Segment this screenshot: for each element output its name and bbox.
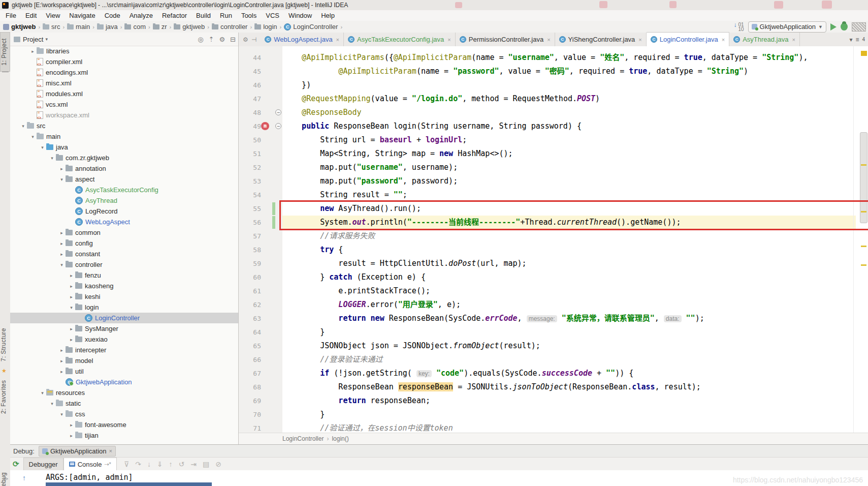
tab-pin-icon[interactable]: ⊣ [251, 36, 256, 43]
line-number[interactable]: 67 [239, 367, 261, 380]
chevron-down-icon[interactable]: ▾ [48, 156, 56, 161]
chevron-down-icon[interactable]: ▾ [29, 134, 37, 139]
line-number[interactable]: 50 [239, 133, 261, 147]
tree-item-java[interactable]: ▾java [10, 142, 238, 153]
show-execution-point-icon[interactable]: ⊽ [124, 460, 129, 468]
tree-item-AsyThread[interactable]: CAsyThread [10, 195, 238, 206]
chevron-right-icon[interactable]: ▸ [29, 49, 37, 54]
code-line-67[interactable]: 67if (!json.getString( key: "code").equa… [239, 367, 868, 380]
line-number[interactable]: 52 [239, 161, 261, 174]
line-number[interactable]: 54 [239, 188, 261, 202]
code-line-61[interactable]: 61e.printStackTrace(); [239, 284, 868, 298]
tree-item-aspect[interactable]: ▾aspect [10, 174, 238, 185]
code-line-49[interactable]: 49m−public ResponseBean login(String use… [239, 119, 868, 133]
tree-item-SysManger[interactable]: ▸SysManger [10, 323, 238, 334]
tree-item-WebLogAspect[interactable]: CWebLogAspect [10, 217, 238, 227]
line-number[interactable]: 51 [239, 147, 261, 161]
tree-item-login[interactable]: ▾login [10, 302, 238, 313]
line-number[interactable]: 56 [239, 216, 261, 229]
debug-button[interactable] [841, 23, 848, 31]
line-number[interactable]: 59 [239, 257, 261, 270]
coverage-icon[interactable] [852, 22, 866, 32]
tree-item-css[interactable]: ▾css [10, 409, 238, 419]
breadcrumb-item-gktjweb[interactable]: gktjweb [174, 23, 205, 31]
menu-analyze[interactable]: Analyze [125, 11, 157, 21]
menu-edit[interactable]: Edit [21, 11, 41, 21]
chevron-right-icon[interactable]: ▸ [58, 369, 66, 374]
view-breakpoints-icon[interactable]: ▤ [203, 460, 209, 468]
chevron-right-icon[interactable]: ▸ [68, 294, 75, 299]
tree-item-AsycTaskExecutorConfig[interactable]: CAsycTaskExecutorConfig [10, 185, 238, 195]
tree-item-model[interactable]: ▸model [10, 355, 238, 366]
breadcrumb-item-controller[interactable]: controller [212, 23, 247, 31]
sidebar-item-structure[interactable]: 7: Structure [0, 324, 10, 365]
tree-item-static[interactable]: ▾static [10, 398, 238, 409]
close-icon[interactable]: × [792, 37, 795, 43]
code-line-71[interactable]: 71//验证通过，在session中设置token [239, 421, 868, 433]
error-stripe-warning-icon[interactable] [861, 51, 867, 56]
code-line-60[interactable]: 60} catch (Exception e) { [239, 270, 868, 284]
code-area[interactable]: 44@ApiImplicitParams({@ApiImplicitParam(… [239, 46, 868, 433]
tree-item-annotation[interactable]: ▸annotation [10, 163, 238, 174]
chevron-right-icon[interactable]: ▸ [68, 422, 75, 428]
tree-item-xuexiao[interactable]: ▸xuexiao [10, 334, 238, 345]
chevron-right-icon[interactable]: ▸ [68, 337, 75, 342]
rerun-icon[interactable]: ⟳ [13, 460, 19, 469]
menu-tools[interactable]: Tools [237, 11, 261, 21]
tree-item-libraries[interactable]: ▸libraries [10, 46, 238, 56]
force-step-into-icon[interactable]: ⇓ [157, 460, 163, 468]
line-number[interactable]: 58 [239, 243, 261, 257]
tree-item-misc.xml[interactable]: misc.xml [10, 78, 238, 88]
tree-item-workspace.xml[interactable]: workspace.xml [10, 110, 238, 120]
tree-item-encodings.xml[interactable]: encodings.xml [10, 67, 238, 78]
chevron-down-icon[interactable]: ▾ [45, 37, 195, 42]
chevron-down-icon[interactable]: ▾ [19, 124, 27, 129]
menu-view[interactable]: View [41, 11, 65, 21]
tree-item-constant[interactable]: ▸constant [10, 249, 238, 259]
tree-item-kaosheng[interactable]: ▸kaosheng [10, 281, 238, 291]
breadcrumb-item-com[interactable]: com [124, 23, 146, 31]
line-number[interactable]: 63 [239, 312, 261, 325]
line-number[interactable]: 62 [239, 298, 261, 312]
tree-item-com.zr.gktjweb[interactable]: ▾com.zr.gktjweb [10, 153, 238, 163]
locate-icon[interactable]: ◎ [198, 36, 203, 43]
tab-PermissionController.java[interactable]: CPermissionController.java× [456, 33, 555, 46]
chevron-right-icon[interactable]: ▸ [58, 252, 66, 257]
fold-icon[interactable]: − [275, 109, 281, 115]
tab-AsycTaskExecutorConfig.java[interactable]: CAsycTaskExecutorConfig.java× [344, 33, 456, 46]
tree-item-controller[interactable]: ▾controller [10, 259, 238, 270]
mute-breakpoints-icon[interactable]: ⊘ [215, 460, 221, 468]
chevron-down-icon[interactable]: ▾ [39, 390, 46, 396]
tab-AsyThread.java[interactable]: CAsyThread.java× [729, 33, 800, 46]
code-line-70[interactable]: 70} [239, 408, 868, 421]
code-line-45[interactable]: 45@ApiImplicitParam(name = "password", v… [239, 65, 868, 78]
close-icon[interactable]: × [547, 37, 550, 43]
tree-item-font-awesome[interactable]: ▸font-awesome [10, 419, 238, 430]
hide-icon[interactable]: ⊟ [230, 36, 236, 43]
tab-settings-icon[interactable]: ⚙ [243, 36, 248, 43]
code-line-65[interactable]: 65JSONObject json = JSONObject.fromObjec… [239, 339, 868, 353]
error-stripe-mark[interactable] [861, 164, 866, 166]
step-over-icon[interactable]: ↷ [135, 460, 141, 468]
tree-item-vcs.xml[interactable]: vcs.xml [10, 99, 238, 110]
code-line-66[interactable]: 66//登录验证未通过 [239, 353, 868, 367]
chevron-right-icon[interactable]: ▸ [58, 358, 66, 363]
line-number[interactable]: 65 [239, 339, 261, 353]
tree-item-util[interactable]: ▸util [10, 366, 238, 377]
breadcrumb-item-zr[interactable]: zr [153, 23, 167, 31]
line-number[interactable]: 57 [239, 229, 261, 243]
code-line-52[interactable]: 52map.put("username", username); [239, 161, 868, 174]
breadcrumb-method[interactable]: login() [332, 435, 348, 442]
chevron-right-icon[interactable]: ▸ [58, 166, 66, 171]
tree-item-main[interactable]: ▾main [10, 131, 238, 142]
menu-window[interactable]: Window [284, 11, 316, 21]
breadcrumb-item-src[interactable]: src [43, 23, 60, 31]
chevron-right-icon[interactable]: ▸ [68, 433, 75, 438]
code-line-54[interactable]: 54String result = ""; [239, 188, 868, 202]
tree-item-fenzu[interactable]: ▸fenzu [10, 270, 238, 281]
menu-build[interactable]: Build [191, 11, 215, 21]
code-line-48[interactable]: 48−@ResponseBody [239, 106, 868, 119]
line-number[interactable]: 46 [239, 78, 261, 92]
chevron-right-icon[interactable]: ▸ [58, 348, 66, 353]
breadcrumb-item-LoginController[interactable]: CLoginController [284, 23, 338, 31]
